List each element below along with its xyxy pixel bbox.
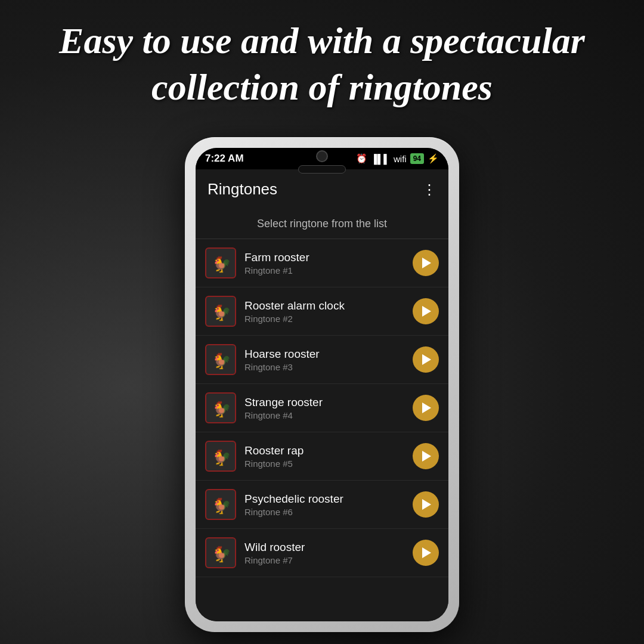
play-button-2[interactable] [413, 298, 439, 324]
headline-line1: Easy to use and with a spectacular [59, 20, 585, 61]
ringtone-info-4: Strange rooster Ringtone #4 [244, 396, 404, 420]
ringtone-icon-7: 🐓 [205, 537, 236, 568]
ringtone-name-1: Farm rooster [244, 251, 404, 264]
headline-line2: collection of ringtones [151, 67, 493, 107]
wifi-icon: wifi [394, 154, 407, 164]
phone-screen: 7:22 AM ⏰ ▐▌▌ wifi 94 ⚡ Ringtones ⋮ Sele… [196, 148, 448, 621]
app-bar: Ringtones ⋮ [196, 169, 448, 209]
svg-text:🐓: 🐓 [212, 255, 231, 274]
list-subtitle: Select ringtone from the list [196, 209, 448, 239]
headline: Easy to use and with a spectacular colle… [0, 18, 644, 110]
front-camera [316, 150, 328, 162]
svg-text:🐓: 🐓 [212, 545, 231, 564]
play-button-5[interactable] [413, 443, 439, 469]
phone-outer: 7:22 AM ⏰ ▐▌▌ wifi 94 ⚡ Ringtones ⋮ Sele… [185, 137, 459, 632]
status-icons: ⏰ ▐▌▌ wifi 94 ⚡ [356, 153, 439, 164]
ringtone-name-2: Rooster alarm clock [244, 299, 404, 312]
ringtone-icon-2: 🐓 [205, 296, 236, 327]
svg-text:🐓: 🐓 [212, 400, 231, 419]
ringtone-name-6: Psychedelic rooster [244, 493, 404, 506]
ringtone-info-7: Wild rooster Ringtone #7 [244, 541, 404, 565]
svg-text:🐓: 🐓 [212, 352, 231, 370]
list-item: 🐓 Strange rooster Ringtone #4 [196, 384, 448, 432]
alarm-icon: ⏰ [356, 153, 367, 164]
ringtone-info-6: Psychedelic rooster Ringtone #6 [244, 493, 404, 517]
ringtone-icon-4: 🐓 [205, 392, 236, 423]
play-button-1[interactable] [413, 250, 439, 276]
ringtone-name-7: Wild rooster [244, 541, 404, 554]
ringtone-name-5: Rooster rap [244, 444, 404, 457]
earpiece-speaker [298, 165, 346, 174]
signal-icon: ▐▌▌ [371, 154, 390, 164]
ringtone-info-3: Hoarse rooster Ringtone #3 [244, 348, 404, 372]
list-item: 🐓 Hoarse rooster Ringtone #3 [196, 336, 448, 384]
ringtone-number-4: Ringtone #4 [244, 410, 404, 420]
ringtone-number-7: Ringtone #7 [244, 555, 404, 565]
play-button-3[interactable] [413, 346, 439, 373]
svg-text:🐓: 🐓 [212, 448, 231, 467]
ringtone-info-5: Rooster rap Ringtone #5 [244, 444, 404, 469]
list-item: 🐓 Rooster alarm clock Ringtone #2 [196, 287, 448, 336]
play-button-7[interactable] [413, 540, 439, 566]
list-item: 🐓 Farm rooster Ringtone #1 [196, 239, 448, 287]
ringtone-name-3: Hoarse rooster [244, 348, 404, 361]
play-button-4[interactable] [413, 395, 439, 421]
ringtone-icon-3: 🐓 [205, 344, 236, 375]
ringtone-icon-6: 🐓 [205, 489, 236, 520]
ringtone-info-2: Rooster alarm clock Ringtone #2 [244, 299, 404, 324]
app-title: Ringtones [208, 180, 277, 199]
ringtone-icon-5: 🐓 [205, 441, 236, 472]
more-options-button[interactable]: ⋮ [422, 181, 436, 198]
ringtone-number-6: Ringtone #6 [244, 507, 404, 517]
ringtone-number-3: Ringtone #3 [244, 362, 404, 372]
play-button-6[interactable] [413, 491, 439, 518]
ringtone-list: 🐓 Farm rooster Ringtone #1 🐓 Rooster ala… [196, 239, 448, 621]
battery-level: 94 [410, 153, 424, 164]
svg-text:🐓: 🐓 [212, 304, 231, 322]
ringtone-number-2: Ringtone #2 [244, 314, 404, 324]
ringtone-number-5: Ringtone #5 [244, 459, 404, 469]
svg-text:🐓: 🐓 [212, 497, 231, 515]
ringtone-icon-1: 🐓 [205, 247, 236, 278]
status-time: 7:22 AM [205, 153, 244, 165]
charging-icon: ⚡ [428, 153, 439, 164]
phone: 7:22 AM ⏰ ▐▌▌ wifi 94 ⚡ Ringtones ⋮ Sele… [185, 137, 459, 632]
ringtone-info-1: Farm rooster Ringtone #1 [244, 251, 404, 275]
list-item: 🐓 Wild rooster Ringtone #7 [196, 529, 448, 577]
list-item: 🐓 Psychedelic rooster Ringtone #6 [196, 481, 448, 529]
ringtone-number-1: Ringtone #1 [244, 265, 404, 275]
list-item: 🐓 Rooster rap Ringtone #5 [196, 432, 448, 481]
ringtone-name-4: Strange rooster [244, 396, 404, 409]
